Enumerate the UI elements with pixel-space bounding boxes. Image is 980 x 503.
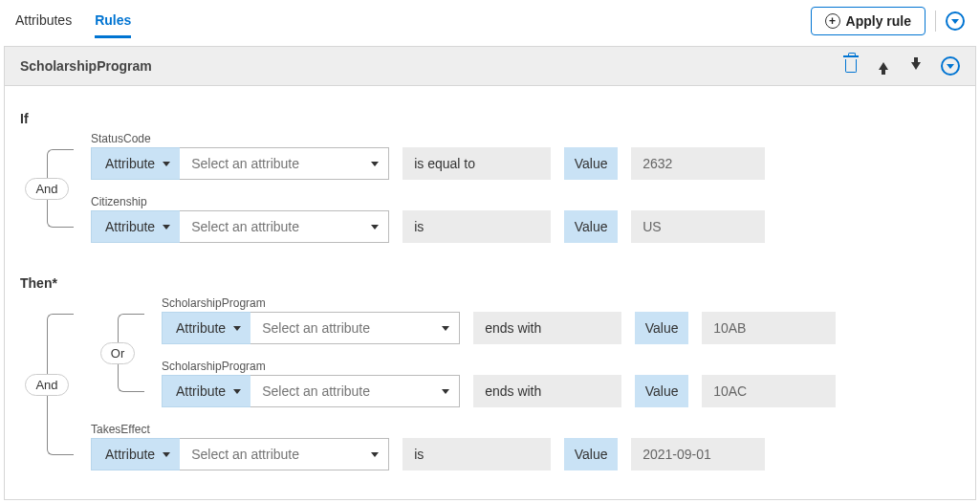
apply-rule-button[interactable]: + Apply rule: [811, 7, 926, 35]
attribute-dropdown[interactable]: Attribute: [91, 438, 389, 470]
caret-down-icon: [371, 162, 379, 166]
condition-attr-label: Citizenship: [91, 195, 147, 208]
operator-select[interactable]: is equal to: [403, 147, 551, 180]
attribute-input[interactable]: [180, 439, 361, 470]
then-label: Then*: [20, 275, 960, 291]
operator-select[interactable]: ends with: [473, 312, 621, 344]
type-chip-label: Attribute: [105, 219, 155, 234]
rule-title: ScholarshipProgram: [20, 58, 843, 74]
type-chip-attribute[interactable]: Attribute: [162, 375, 250, 407]
caret-down-icon: [371, 225, 379, 230]
move-rule-down-button[interactable]: [908, 58, 924, 74]
attribute-input[interactable]: [250, 376, 432, 406]
caret-down-icon: [371, 452, 379, 457]
if-label: If: [20, 111, 960, 126]
attribute-input[interactable]: [180, 211, 361, 242]
type-chip-attribute[interactable]: Attribute: [91, 147, 180, 180]
trash-icon: [845, 59, 857, 73]
attribute-caret[interactable]: [361, 225, 388, 230]
type-chip-label: Attribute: [105, 156, 155, 171]
collapse-rule-toggle[interactable]: [941, 56, 960, 76]
attribute-caret[interactable]: [432, 326, 459, 331]
caret-down-icon: [442, 326, 449, 331]
type-chip-label: Attribute: [176, 320, 226, 336]
expand-all-toggle[interactable]: [946, 11, 965, 31]
caret-down-icon: [233, 389, 241, 394]
tab-rules[interactable]: Rules: [95, 3, 131, 38]
operator-select[interactable]: is: [403, 438, 551, 470]
operator-select[interactable]: is: [403, 210, 551, 243]
attribute-input[interactable]: [180, 148, 361, 179]
value-type-chip[interactable]: Value: [635, 312, 688, 344]
divider: [935, 11, 936, 32]
plus-circle-icon: +: [825, 13, 840, 29]
apply-rule-label: Apply rule: [846, 13, 911, 29]
value-type-chip[interactable]: Value: [564, 438, 618, 470]
value-type-chip[interactable]: Value: [564, 210, 618, 243]
condition-attr-label: ScholarshipProgram: [162, 360, 266, 373]
type-chip-label: Attribute: [105, 447, 155, 462]
attribute-input[interactable]: [250, 313, 432, 343]
value-input[interactable]: 2632: [631, 147, 765, 180]
attribute-dropdown[interactable]: Attribute: [91, 210, 389, 243]
attribute-dropdown[interactable]: Attribute: [91, 147, 389, 180]
type-chip-attribute[interactable]: Attribute: [91, 210, 180, 243]
type-chip-label: Attribute: [176, 383, 226, 399]
value-input[interactable]: US: [631, 210, 765, 243]
arrow-down-icon: [911, 62, 921, 70]
condition-attr-label: StatusCode: [91, 132, 151, 145]
value-input[interactable]: 10AB: [702, 312, 836, 344]
logic-and-pill[interactable]: And: [25, 374, 68, 396]
tab-attributes[interactable]: Attributes: [15, 3, 72, 38]
chevron-down-icon: [947, 64, 954, 69]
attribute-dropdown[interactable]: Attribute: [162, 375, 460, 407]
delete-rule-button[interactable]: [843, 58, 859, 74]
value-type-chip[interactable]: Value: [564, 147, 618, 180]
logic-and-pill[interactable]: And: [25, 178, 68, 200]
caret-down-icon: [163, 452, 170, 457]
logic-or-pill[interactable]: Or: [100, 342, 135, 364]
caret-down-icon: [163, 225, 170, 230]
value-type-chip[interactable]: Value: [635, 375, 688, 407]
type-chip-attribute[interactable]: Attribute: [162, 312, 250, 344]
caret-down-icon: [442, 389, 449, 394]
caret-down-icon: [233, 326, 241, 331]
type-chip-attribute[interactable]: Attribute: [91, 438, 180, 470]
condition-attr-label: TakesEffect: [91, 423, 150, 436]
condition-attr-label: ScholarshipProgram: [162, 296, 266, 310]
arrow-up-icon: [879, 62, 888, 70]
attribute-caret[interactable]: [361, 162, 388, 166]
move-rule-up-button[interactable]: [876, 58, 891, 74]
caret-down-icon: [163, 162, 170, 166]
attribute-caret[interactable]: [432, 389, 459, 394]
value-input[interactable]: 2021-09-01: [631, 438, 765, 470]
operator-select[interactable]: ends with: [473, 375, 621, 407]
chevron-down-icon: [951, 19, 959, 24]
attribute-caret[interactable]: [361, 452, 388, 457]
value-input[interactable]: 10AC: [702, 375, 836, 407]
attribute-dropdown[interactable]: Attribute: [162, 312, 460, 344]
